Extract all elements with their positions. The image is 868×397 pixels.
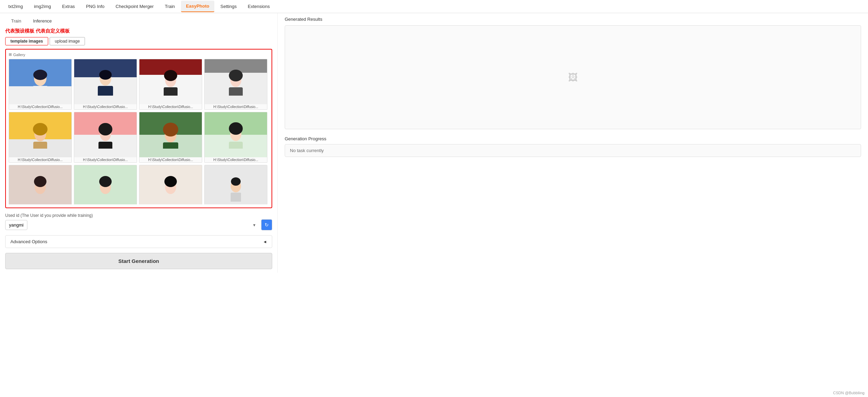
svg-point-27 [99, 176, 112, 187]
svg-point-22 [229, 122, 243, 135]
gallery-caption: H:\Study\Collection\Diffusio... [9, 157, 71, 162]
nav-settings[interactable]: Settings [216, 1, 242, 12]
gallery-caption: H:\Study\Collection\Diffusio... [205, 157, 267, 162]
collapse-icon: ◄ [263, 239, 267, 244]
gallery-item[interactable]: H:\Study\Collection\Diffusio... [139, 112, 202, 163]
portrait-image [9, 112, 71, 157]
portrait-image [205, 59, 267, 104]
svg-point-7 [164, 70, 177, 81]
gallery-item[interactable] [204, 165, 267, 204]
tab-upload-image[interactable]: upload image [50, 37, 85, 45]
gallery-item[interactable] [74, 165, 137, 204]
portrait-image [74, 165, 137, 204]
svg-rect-2 [33, 86, 48, 96]
tab-template-images[interactable]: template images [5, 37, 48, 45]
portrait-image [74, 59, 137, 104]
progress-box: No task currently [285, 144, 861, 157]
nav-train[interactable]: Train [160, 1, 180, 12]
portrait-image [205, 112, 267, 157]
refresh-button[interactable]: ↻ [261, 219, 272, 230]
gallery-icon: ⊞ [9, 52, 12, 57]
svg-point-10 [229, 70, 243, 81]
svg-point-4 [99, 70, 112, 80]
svg-point-29 [164, 176, 177, 187]
nav-checkpoint-merger[interactable]: Checkpoint Merger [111, 1, 158, 12]
portrait-image [205, 165, 267, 204]
portrait-image [139, 59, 202, 104]
refresh-icon: ↻ [265, 222, 269, 228]
svg-point-31 [231, 177, 241, 186]
image-placeholder-icon: 🖼 [568, 72, 578, 83]
svg-point-1 [33, 70, 47, 80]
svg-rect-5 [98, 86, 113, 96]
svg-rect-11 [229, 87, 243, 96]
nav-img2img[interactable]: img2img [29, 1, 56, 12]
gallery-item[interactable]: H:\Study\Collection\Diffusio... [9, 59, 72, 110]
portrait-image [74, 112, 137, 157]
gallery-item[interactable]: H:\Study\Collection\Diffusio... [204, 112, 267, 163]
portrait-image [9, 165, 71, 204]
portrait-image [139, 165, 202, 204]
progress-title: Generation Progress [285, 136, 861, 141]
generated-results-area: 🖼 [285, 25, 861, 129]
gallery-item[interactable]: H:\Study\Collection\Diffusio... [9, 112, 72, 163]
svg-rect-8 [164, 87, 178, 96]
main-layout: Train Inference 代表预设模板 代表自定义模板 template … [0, 13, 868, 273]
gallery-item[interactable]: H:\Study\Collection\Diffusio... [139, 59, 202, 110]
gallery-caption: H:\Study\Collection\Diffusio... [139, 157, 202, 162]
nav-txt2img[interactable]: txt2img [3, 1, 28, 12]
gallery-caption: H:\Study\Collection\Diffusio... [74, 104, 137, 109]
gallery-grid: H:\Study\Collection\Diffusio... H:\Study… [9, 59, 269, 204]
sub-tabs: Train Inference [5, 17, 272, 25]
svg-rect-20 [163, 142, 178, 149]
user-id-select[interactable]: yangmi [5, 220, 27, 230]
tab-train[interactable]: Train [5, 17, 27, 25]
img-source-tabs: template images upload image [5, 37, 272, 45]
svg-rect-32 [231, 193, 241, 202]
gallery-caption: H:\Study\Collection\Diffusio... [9, 104, 71, 109]
portrait-image [9, 59, 71, 104]
gallery-caption: H:\Study\Collection\Diffusio... [74, 157, 137, 162]
gallery-item[interactable]: H:\Study\Collection\Diffusio... [74, 112, 137, 163]
left-panel: Train Inference 代表预设模板 代表自定义模板 template … [0, 13, 277, 273]
svg-point-19 [163, 123, 178, 136]
top-nav: txt2img img2img Extras PNG Info Checkpoi… [0, 0, 868, 13]
svg-point-13 [33, 123, 48, 135]
gallery-container: ⊞ Gallery H:\Study\Collection\Diffusio..… [5, 49, 272, 208]
tab-inference[interactable]: Inference [27, 17, 58, 25]
progress-status: No task currently [290, 148, 324, 153]
footer-credit: CSDN @Bubbliing [833, 391, 865, 395]
advanced-options-header[interactable]: Advanced Options ◄ [6, 236, 272, 248]
svg-rect-17 [98, 142, 112, 149]
gallery-item[interactable]: H:\Study\Collection\Diffusio... [204, 59, 267, 110]
gallery-caption: H:\Study\Collection\Diffusio... [205, 104, 267, 109]
svg-point-16 [98, 123, 112, 135]
svg-rect-14 [33, 142, 47, 149]
user-id-row: yangmi ↻ [5, 219, 272, 230]
nav-easyphoto[interactable]: EasyPhoto [181, 1, 214, 12]
advanced-options: Advanced Options ◄ [5, 235, 272, 248]
gallery-item[interactable] [139, 165, 202, 204]
select-wrapper: yangmi [5, 220, 259, 230]
svg-rect-23 [229, 142, 243, 149]
gallery-caption: H:\Study\Collection\Diffusio... [139, 104, 202, 109]
nav-extras[interactable]: Extras [57, 1, 80, 12]
nav-extensions[interactable]: Extensions [243, 1, 275, 12]
gallery-item[interactable]: H:\Study\Collection\Diffusio... [74, 59, 137, 110]
gallery-label: ⊞ Gallery [9, 52, 269, 57]
progress-section: Generation Progress No task currently [285, 136, 861, 157]
advanced-options-label: Advanced Options [10, 239, 47, 244]
user-id-label: Used id (The User id you provide while t… [5, 213, 272, 218]
right-panel: Generated Results 🖼 Generation Progress … [277, 13, 868, 273]
gallery-item[interactable] [9, 165, 72, 204]
svg-point-25 [34, 176, 46, 187]
portrait-image [139, 112, 202, 157]
nav-png-info[interactable]: PNG Info [81, 1, 109, 12]
start-generation-button[interactable]: Start Generation [5, 253, 272, 269]
generated-results-title: Generated Results [285, 17, 861, 22]
annotation-top: 代表预设模板 代表自定义模板 [5, 28, 272, 34]
